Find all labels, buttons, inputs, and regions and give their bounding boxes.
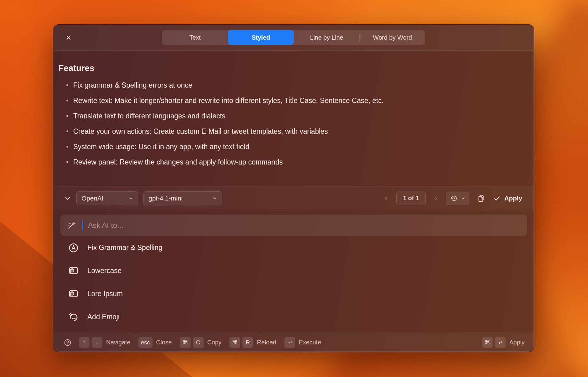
shortcut-label: Copy xyxy=(207,339,222,346)
key-return xyxy=(284,337,295,348)
question-circle-icon xyxy=(63,338,72,347)
features-section: Features Fix grammar & Spelling errors a… xyxy=(54,51,534,186)
shortcut-navigate: ↑ ↓ Navigate xyxy=(79,337,130,348)
close-icon xyxy=(66,34,72,41)
action-item-add-emoji[interactable]: Add Emoji xyxy=(60,305,527,328)
next-page-icon[interactable] xyxy=(433,196,439,201)
key-command: ⌘ xyxy=(482,337,493,348)
tab-word-by-word[interactable]: Word by Word xyxy=(360,30,425,45)
shortcut-label: Execute xyxy=(299,339,321,346)
history-dropdown[interactable] xyxy=(446,192,469,205)
model-toolbar: OpenAI gpt-4.1-mini 1 of 1 xyxy=(54,186,534,210)
feature-bullet: Create your own actions: Create custom E… xyxy=(58,128,519,135)
apply-button[interactable]: Apply xyxy=(493,195,522,202)
toolbar-right-group: 1 of 1 xyxy=(383,192,522,205)
key-arrow-up: ↑ xyxy=(79,337,89,348)
ai-command-window: Text Styled Line by Line Word by Word Fe… xyxy=(53,24,534,352)
apply-label: Apply xyxy=(504,195,522,202)
collapse-chevron-icon[interactable] xyxy=(64,195,71,202)
action-item-lowercase[interactable]: Lowercase xyxy=(60,259,527,282)
ask-ai-input[interactable]: Ask AI to... xyxy=(60,215,527,236)
segment-divider xyxy=(360,34,360,41)
close-button[interactable] xyxy=(64,33,73,42)
view-mode-tabs: Text Styled Line by Line Word by Word xyxy=(162,30,425,45)
action-label: Lore Ipsum xyxy=(87,290,123,298)
feature-bullet: Fix grammar & Spelling errors at once xyxy=(58,81,519,89)
chevron-down-icon xyxy=(212,196,217,201)
feature-bullet: Rewrite text: Make it longer/shorter and… xyxy=(58,97,519,105)
help-button[interactable] xyxy=(63,338,72,347)
copy-pages-icon[interactable] xyxy=(477,194,486,203)
chevron-down-icon xyxy=(128,196,133,201)
window-header: Text Styled Line by Line Word by Word xyxy=(54,25,534,51)
action-label: Fix Grammar & Spelling xyxy=(87,244,162,252)
feature-text: Create your own actions: Create custom E… xyxy=(73,127,328,135)
tab-line-by-line[interactable]: Line by Line xyxy=(294,30,360,45)
feature-bullet: Review panel: Review the changes and app… xyxy=(58,158,519,166)
bullet-dot xyxy=(66,100,68,101)
bullet-dot xyxy=(66,84,68,86)
provider-value: OpenAI xyxy=(81,195,103,202)
text-magnifier-icon xyxy=(68,288,79,300)
shortcut-label: Navigate xyxy=(106,339,130,346)
action-label: Add Emoji xyxy=(87,313,120,321)
input-placeholder: Ask AI to... xyxy=(88,221,123,230)
feature-text: Rewrite text: Make it longer/shorter and… xyxy=(73,97,383,105)
bullet-dot xyxy=(66,161,68,163)
shortcut-apply: ⌘ Apply xyxy=(482,337,525,348)
shortcut-execute: Execute xyxy=(284,337,321,348)
shortcut-label: Close xyxy=(156,339,172,346)
checkmark-icon xyxy=(493,195,501,202)
feature-text: Review panel: Review the changes and app… xyxy=(73,158,283,166)
status-bar: ↑ ↓ Navigate esc Close ⌘ C Copy ⌘ R Relo… xyxy=(54,333,534,352)
shortcut-close: esc Close xyxy=(138,337,172,348)
magic-wand-icon xyxy=(67,221,76,230)
shortcut-reload: ⌘ R Reload xyxy=(229,337,276,348)
prev-page-icon[interactable] xyxy=(383,196,389,201)
shortcut-label: Apply xyxy=(509,339,525,346)
letter-a-circle-icon xyxy=(68,242,79,254)
features-list: Fix grammar & Spelling errors at once Re… xyxy=(58,81,519,166)
key-command: ⌘ xyxy=(180,337,191,348)
history-clock-icon xyxy=(450,194,458,202)
return-key-icon xyxy=(497,340,503,345)
key-c: C xyxy=(193,337,204,348)
return-key-icon xyxy=(287,340,292,345)
key-command: ⌘ xyxy=(229,337,240,348)
feature-bullet: System wide usage: Use it in any app, wi… xyxy=(58,143,519,151)
key-esc: esc xyxy=(138,337,153,348)
feature-text: Fix grammar & Spelling errors at once xyxy=(73,81,192,89)
feature-text: Translate text to different languages an… xyxy=(73,112,225,120)
features-title: Features xyxy=(58,63,519,73)
action-item-fix-grammar[interactable]: Fix Grammar & Spelling xyxy=(60,236,527,259)
bullet-dot xyxy=(66,115,68,117)
action-item-lore-ipsum[interactable]: Lore Ipsum xyxy=(60,282,527,305)
bullet-dot xyxy=(66,130,68,132)
model-value: gpt-4.1-mini xyxy=(149,195,183,202)
prompt-area: Ask AI to... Fix Grammar & Spelling xyxy=(54,210,534,328)
chevron-down-icon xyxy=(461,196,465,200)
bullet-dot xyxy=(66,146,68,148)
provider-dropdown[interactable]: OpenAI xyxy=(76,191,138,205)
feature-bullet: Translate text to different languages an… xyxy=(58,112,519,120)
shortcut-label: Reload xyxy=(257,339,276,346)
emoji-sparkles-icon xyxy=(68,311,79,323)
page-indicator: 1 of 1 xyxy=(396,192,425,205)
tab-styled[interactable]: Styled xyxy=(228,30,294,45)
feature-text: System wide usage: Use it in any app, wi… xyxy=(73,143,249,151)
shortcut-copy: ⌘ C Copy xyxy=(180,337,222,348)
action-label: Lowercase xyxy=(87,267,121,275)
tab-text[interactable]: Text xyxy=(162,30,228,45)
model-dropdown[interactable]: gpt-4.1-mini xyxy=(143,191,222,205)
text-magnifier-icon xyxy=(68,265,79,277)
key-r: R xyxy=(242,337,253,348)
text-cursor xyxy=(82,220,83,230)
key-arrow-down: ↓ xyxy=(92,337,102,348)
key-return xyxy=(495,337,506,348)
